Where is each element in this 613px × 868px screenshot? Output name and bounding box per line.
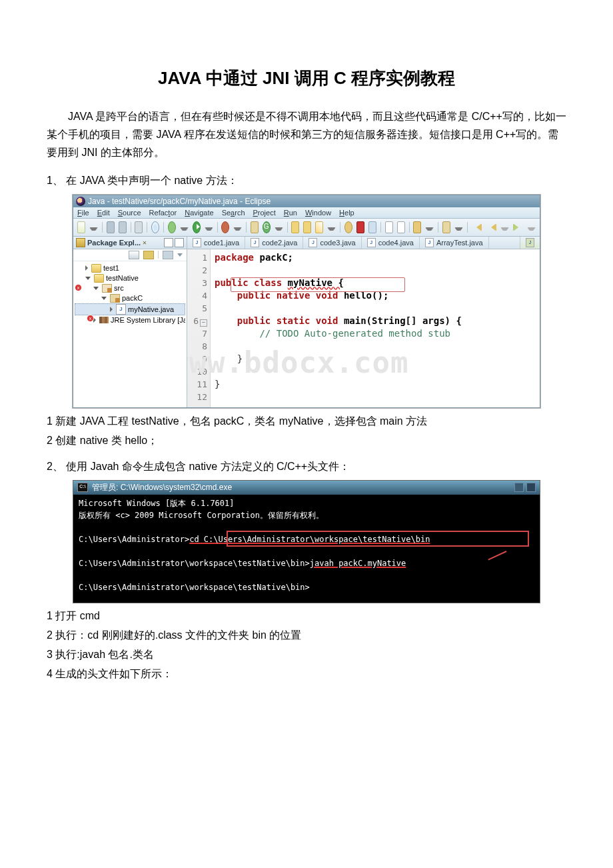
filter-icon[interactable] [163, 251, 173, 259]
debug-icon[interactable] [168, 221, 176, 233]
menu-refactor[interactable]: Refactor [149, 209, 177, 217]
java-file-icon: J [251, 238, 259, 247]
menu-project[interactable]: Project [253, 209, 276, 217]
doc-icon[interactable] [385, 221, 393, 233]
back-icon[interactable] [472, 223, 482, 231]
tree-src-folder[interactable]: src [75, 283, 185, 293]
menu-window[interactable]: Window [305, 209, 331, 217]
tree-file-mynative[interactable]: J myNative.java [75, 303, 185, 315]
eclipse-menu-bar: File Edit Source Refactor Navigate Searc… [73, 207, 540, 219]
menu-dropdown-icon[interactable] [177, 253, 183, 257]
menu-navigate[interactable]: Navigate [185, 209, 213, 217]
cmd-body[interactable]: Microsoft Windows [版本 6.1.7601] 版权所有 <c>… [73, 495, 540, 603]
step2-sub4: 4 生成的头文件如下所示： [47, 667, 566, 681]
menu-file[interactable]: File [77, 209, 89, 217]
back-icon[interactable] [486, 223, 496, 231]
tab-arraytest[interactable]: JArrayTest.java [420, 237, 489, 249]
menu-edit[interactable]: Edit [97, 209, 110, 217]
ext-tools-icon[interactable] [221, 221, 229, 233]
filter-icon[interactable] [442, 221, 450, 233]
error-badge-icon: x [87, 315, 94, 322]
maximize-icon[interactable] [526, 483, 536, 492]
java-file-icon: J [308, 238, 317, 247]
cmd-output: 版权所有 <c> 2009 Microsoft Corporation。保留所有… [79, 509, 534, 521]
save-icon[interactable] [107, 221, 115, 233]
tab-code4[interactable]: Jcode4.java [362, 237, 420, 249]
eclipse-title-bar: Java - testNative/src/packC/myNative.jav… [73, 195, 540, 207]
dropdown-icon[interactable] [89, 227, 98, 231]
step-2-heading: 2、 使用 Javah 命令生成包含 native 方法定义的 C/C++头文件… [47, 460, 566, 474]
tree-package-packc[interactable]: packC [75, 293, 185, 303]
dropdown-icon[interactable] [180, 227, 189, 231]
line-gutter: 1 2 3 4 5 6− 7 8 9 10 11 12 [187, 249, 211, 407]
folder-icon[interactable] [291, 221, 299, 233]
save-all-icon[interactable] [119, 221, 127, 233]
step2-sub2: 2 执行：cd 刚刚建好的.class 文件的文件夹 bin 的位置 [47, 629, 566, 643]
collapse-icon[interactable] [93, 287, 99, 290]
dropdown-icon[interactable] [205, 227, 213, 231]
forward-icon[interactable] [513, 223, 524, 231]
eclipse-window-title: Java - testNative/src/packC/myNative.jav… [88, 197, 271, 206]
dropdown-icon[interactable] [500, 227, 509, 231]
search-icon[interactable] [344, 221, 352, 233]
fold-icon[interactable]: − [200, 319, 207, 327]
eclipse-toolbar: G [73, 219, 540, 237]
tab-code2[interactable]: Jcode2.java [245, 237, 303, 249]
menu-source[interactable]: Source [118, 209, 141, 217]
eclipse-screenshot: Java - testNative/src/packC/myNative.jav… [73, 195, 540, 408]
code-editor[interactable]: 1 2 3 4 5 6− 7 8 9 10 11 12 [187, 249, 540, 407]
java-file-icon: J [367, 238, 376, 247]
step-1-heading: 1、 在 JAVA 类中声明一个 native 方法： [47, 174, 566, 188]
annotation-red-box [227, 531, 529, 547]
doc-icon[interactable] [397, 221, 405, 233]
cmd-window-title: 管理员: C:\Windows\system32\cmd.exe [92, 482, 232, 493]
menu-search[interactable]: Search [222, 209, 245, 217]
library-icon [99, 317, 109, 323]
collapse-icon[interactable] [101, 297, 107, 300]
project-tree: x x test1 testNative [73, 261, 187, 327]
expand-icon[interactable] [110, 307, 113, 312]
new-class-icon[interactable]: G [263, 221, 271, 233]
close-icon[interactable]: ✕ [143, 239, 147, 246]
run-icon[interactable] [193, 221, 201, 233]
tab-code3[interactable]: Jcode3.java [303, 237, 361, 249]
dropdown-icon[interactable] [233, 227, 242, 231]
tab-code1[interactable]: Jcode1.java [187, 237, 245, 249]
cmd-title-bar: C:\ 管理员: C:\Windows\system32\cmd.exe [73, 481, 540, 495]
unknown-icon[interactable] [356, 221, 364, 233]
minimize-icon[interactable] [514, 483, 524, 492]
maximize-icon[interactable] [175, 238, 184, 247]
link-icon[interactable] [143, 251, 154, 259]
print-icon[interactable] [135, 221, 143, 233]
search-icon[interactable] [151, 221, 159, 233]
dropdown-icon[interactable] [275, 227, 283, 231]
tab-overflow[interactable]: J [520, 237, 540, 249]
package-explorer-icon [76, 238, 85, 247]
cmd-line-3: C:\Users\Administrator\workspace\testNat… [79, 581, 534, 593]
editor-area: Jcode1.java Jcode2.java Jcode3.java Jcod… [187, 237, 540, 407]
tree-project-test1[interactable]: test1 [75, 263, 185, 273]
dropdown-icon[interactable] [527, 227, 536, 231]
refresh-icon[interactable] [368, 221, 376, 233]
collapse-icon[interactable] [129, 251, 139, 259]
menu-help[interactable]: Help [339, 209, 354, 217]
wand-icon[interactable] [315, 221, 323, 233]
menu-run[interactable]: Run [284, 209, 297, 217]
step2-sub3: 3 执行:javah 包名.类名 [47, 648, 566, 662]
minimize-icon[interactable] [164, 238, 173, 247]
step1-sub2: 2 创建 native 类 hello； [47, 434, 566, 448]
collapse-icon[interactable] [85, 277, 91, 280]
new-icon[interactable] [77, 221, 85, 233]
java-file-icon: J [526, 238, 534, 247]
new-pkg-icon[interactable] [251, 221, 259, 233]
cmd-icon: C:\ [77, 483, 88, 492]
dropdown-icon[interactable] [454, 227, 463, 231]
dropdown-icon[interactable] [425, 227, 434, 231]
expand-icon[interactable] [85, 265, 88, 271]
pin-icon[interactable] [413, 221, 421, 233]
package-explorer-tab[interactable]: Package Expl... ✕ [76, 238, 161, 247]
folder-icon[interactable] [303, 221, 311, 233]
tree-project-testnative[interactable]: testNative [75, 273, 185, 283]
dropdown-icon[interactable] [327, 227, 336, 231]
project-icon [94, 274, 104, 283]
